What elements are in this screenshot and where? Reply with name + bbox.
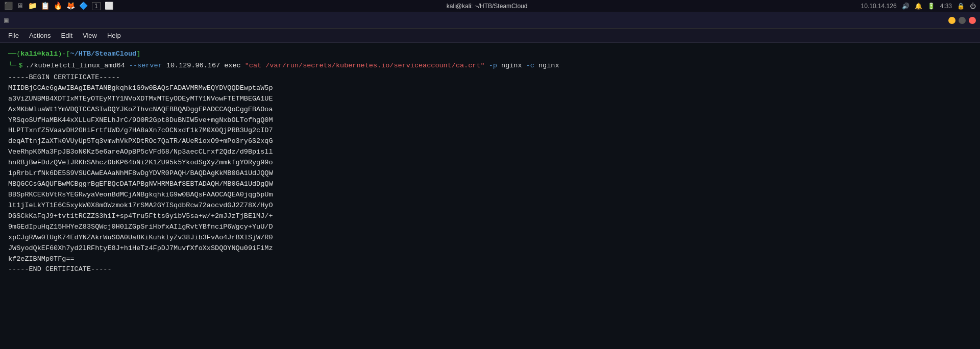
cert-line: HLPTTxnfZ5VaavDH2GHiFrtfUWD/g7HA8aXn7cOC… — [8, 126, 972, 136]
prompt-line: ──(kali⊛kali)-[~/HTB/SteamCloud] — [8, 49, 972, 60]
system-icon-8: ⬜ — [105, 2, 113, 10]
cert-line: 9mGEdIpuHqZ15HHYeZ83SQWcj0H0lZGpSriHbfxA… — [8, 222, 972, 233]
terminal-icon: ▣ — [4, 16, 8, 24]
cert-line: VeeRhpK6Ma3FpJB3oN0Kz5e6areAOpBP5cVFd68/… — [8, 147, 972, 158]
cert-line: deqATtnjZaXTk0VUyUp5Tq3vmwhVkPXDtROc7QaT… — [8, 136, 972, 147]
cert-line: MBQGCCsGAQUFBwMCBggrBgEFBQcDATAPBgNVHRMB… — [8, 179, 972, 190]
prompt-open-paren: ──( — [8, 49, 20, 60]
cert-line: lt1jIeLkYT1E6C5xykW0X8mOWzmok17rSMA2GYIS… — [8, 201, 972, 211]
prompt-host: kali — [41, 49, 58, 60]
system-topbar: ⬛ 🖥 📁 📋 🔥 🦊 🔷 1 ⬜ kali@kali: ~/HTB/Steam… — [0, 0, 980, 12]
cert-line: AxMKbWluaWt1YmVDQTCCASIwDQYJKoZIhvcNAQEB… — [8, 105, 972, 115]
system-icon-2: 🖥 — [17, 2, 24, 10]
prompt-connector: └─ — [8, 61, 16, 71]
cert-line: 1pRrbLrfNk6DE5S9VSUCAwEAAaNhMF8wDgYDVR0P… — [8, 168, 972, 179]
system-icon-1: ⬛ — [4, 2, 13, 10]
system-icon-7: 🔷 — [79, 2, 88, 10]
lock-icon: 🔒 — [957, 3, 965, 10]
cmd-flag-server: --server — [129, 61, 162, 71]
cmd-flag-c: -c — [526, 61, 534, 71]
prompt-dollar: $ — [18, 61, 22, 71]
workspace-indicator[interactable]: 1 — [92, 2, 101, 10]
titlebar-left: ▣ — [4, 16, 8, 24]
cert-line: hnRBjBwFDdzQVeIJRKhSAhczDbKP64bNi2K1ZU95… — [8, 158, 972, 168]
minimize-button[interactable] — [948, 17, 955, 24]
cert-line: BBSpRKCEKbVtRsYEGRwyaVeonBdMCjANBgkqhkiG… — [8, 190, 972, 201]
cert-line: a3ViZUNBMB4XDTIxMTEyOTEyMTY1NVoXDTMxMTEy… — [8, 94, 972, 105]
close-button[interactable] — [969, 17, 976, 24]
notification-icon: 🔔 — [915, 3, 922, 10]
systembar-right: 10.10.14.126 🔊 🔔 🔋 4:33 🔒 ⏻ — [861, 3, 976, 10]
volume-icon: 🔊 — [902, 3, 910, 10]
prompt-close-paren: )-[ — [58, 49, 70, 60]
clock: 4:33 — [940, 3, 952, 10]
cmd-quoted: "cat /var/run/secrets/kubernetes.io/serv… — [245, 61, 485, 71]
prompt-path-close: ] — [136, 49, 140, 60]
terminal-area[interactable]: ──(kali⊛kali)-[~/HTB/SteamCloud] └─ $ ./… — [0, 43, 980, 349]
titlebar: ▣ — [0, 12, 980, 29]
cert-line: JWSyodQkEF60Xh7yd2lRFhtyE8J+h1HeTz4FpDJ7… — [8, 243, 972, 254]
cert-line: xpCJgRAw0IUgK74EdYNZAkrWuSOA0Ua8KiKuhkly… — [8, 233, 972, 243]
cmd-flag-p: -p — [489, 61, 497, 71]
menu-edit[interactable]: Edit — [57, 31, 77, 40]
window-controls[interactable] — [948, 17, 976, 24]
cmd-binary: ./kubeletctl_linux_amd64 — [26, 61, 125, 71]
cert-line: -----END CERTIFICATE----- — [8, 264, 972, 275]
cert-line: DGSCkKaFqJ9+tvt1tRCZZS3hiI+sp4Tru5FttsGy… — [8, 211, 972, 222]
menu-view[interactable]: View — [79, 31, 101, 40]
systembar-left: ⬛ 🖥 📁 📋 🔥 🦊 🔷 1 ⬜ — [4, 2, 113, 10]
prompt-path: ~/HTB/SteamCloud — [70, 49, 137, 60]
prompt-user: kali — [20, 49, 37, 60]
menu-actions[interactable]: Actions — [25, 31, 55, 40]
system-icon-6: 🦊 — [66, 2, 75, 10]
system-icon-3: 📁 — [28, 2, 37, 10]
system-icon-5: 🔥 — [54, 2, 62, 10]
system-icon-4: 📋 — [41, 2, 50, 10]
prompt-at: ⊛ — [37, 49, 41, 60]
menubar: File Actions Edit View Help — [0, 29, 980, 43]
menu-help[interactable]: Help — [103, 31, 125, 40]
cert-output: -----BEGIN CERTIFICATE-----MIIDBjCCAe6gA… — [8, 72, 972, 276]
menu-file[interactable]: File — [4, 31, 23, 40]
cert-line: YRSqoSUfHaMBK44xXLLuFXNELhJrC/9O0R2Gpt8D… — [8, 115, 972, 126]
cmd-ip: 10.129.96.167 — [166, 61, 220, 71]
cmd-container: nginx — [538, 61, 559, 71]
command-line: └─ $ ./kubeletctl_linux_amd64 --server 1… — [8, 61, 972, 71]
maximize-button[interactable] — [959, 17, 966, 24]
battery-icon: 🔋 — [927, 3, 935, 10]
power-icon: ⏻ — [970, 3, 976, 10]
window-title: kali@kali: ~/HTB/SteamCloud — [447, 2, 528, 11]
cert-line: -----BEGIN CERTIFICATE----- — [8, 72, 972, 83]
ip-address: 10.10.14.126 — [861, 3, 897, 10]
cmd-pod: nginx — [501, 61, 522, 71]
cert-line: kf2eZIBNMp0TFg== — [8, 254, 972, 265]
cert-line: MIIDBjCCAe6gAwIBAgIBATANBgkqhkiG9w0BAQsF… — [8, 83, 972, 94]
cmd-exec: exec — [224, 61, 240, 71]
